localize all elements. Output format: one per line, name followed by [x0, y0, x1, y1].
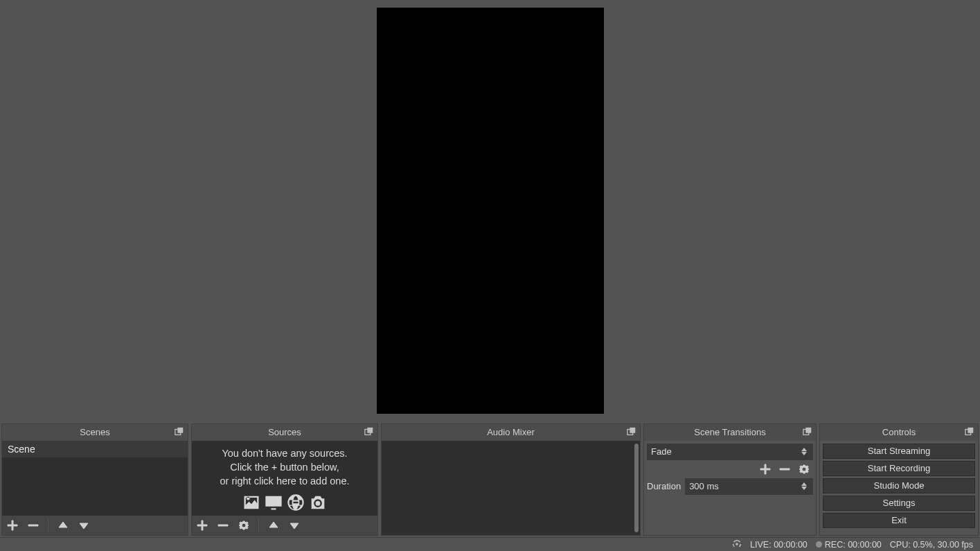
status-live: LIVE: 00:00:00 [750, 540, 808, 550]
scenes-toolbar [2, 516, 188, 535]
transition-duration-row: Duration 300 ms [647, 478, 813, 495]
remove-transition-button[interactable] [778, 463, 791, 475]
globe-icon [286, 493, 305, 516]
remove-source-button[interactable] [217, 519, 229, 532]
transition-selected: Fade [651, 446, 672, 457]
sources-dock: Sources You don't have any sources. Clic… [191, 423, 378, 536]
signal-icon [732, 539, 742, 550]
monitor-icon [264, 493, 283, 516]
transitions-title: Scene Transitions [694, 427, 765, 437]
duration-value: 300 ms [689, 481, 719, 491]
dropdown-arrows-icon [801, 445, 811, 459]
status-cpu: CPU: 0.5%, 30.00 fps [890, 540, 973, 550]
sources-header[interactable]: Sources [192, 424, 377, 441]
popout-icon[interactable] [174, 426, 185, 437]
start-streaming-button[interactable]: Start Streaming [823, 444, 975, 459]
status-bar: LIVE: 00:00:00 REC: 00:00:00 CPU: 0.5%, … [0, 537, 980, 551]
scenes-header[interactable]: Scenes [2, 424, 188, 441]
svg-rect-1 [177, 428, 183, 433]
preview-canvas[interactable] [377, 8, 604, 414]
scenes-list[interactable]: Scene [2, 441, 188, 516]
sources-toolbar [192, 516, 377, 535]
dock-row: Scenes Scene Sources [0, 422, 980, 537]
source-properties-button[interactable] [238, 519, 250, 532]
mixer-title: Audio Mixer [487, 427, 535, 437]
mixer-header[interactable]: Audio Mixer [382, 424, 640, 441]
move-source-down-button[interactable] [288, 519, 301, 532]
transitions-toolbar [647, 463, 813, 475]
add-source-button[interactable] [196, 519, 208, 532]
image-icon [242, 493, 261, 516]
popout-icon[interactable] [626, 426, 637, 437]
preview-area [0, 0, 980, 422]
add-transition-button[interactable] [759, 463, 772, 475]
transitions-dock: Scene Transitions Fade Duration 300 ms [643, 423, 817, 536]
svg-rect-3 [367, 428, 373, 433]
scenes-dock: Scenes Scene [1, 423, 188, 536]
controls-title: Controls [882, 427, 916, 437]
sources-empty-text: You don't have any sources. [222, 446, 347, 460]
svg-rect-9 [968, 428, 973, 433]
popout-icon[interactable] [802, 426, 813, 437]
move-source-up-button[interactable] [267, 519, 280, 532]
transitions-header[interactable]: Scene Transitions [644, 424, 816, 441]
camera-icon [308, 493, 328, 516]
scrollbar[interactable] [634, 444, 639, 532]
move-scene-down-button[interactable] [78, 519, 90, 532]
spinner-arrows-icon[interactable] [801, 480, 811, 493]
settings-button[interactable]: Settings [823, 496, 975, 511]
sources-empty-text: Click the + button below, [230, 460, 339, 474]
move-scene-up-button[interactable] [57, 519, 69, 532]
svg-rect-7 [805, 428, 811, 433]
status-rec-group: REC: 00:00:00 [816, 540, 882, 550]
popout-icon[interactable] [364, 426, 375, 437]
add-scene-button[interactable] [6, 519, 19, 532]
transition-select[interactable]: Fade [647, 444, 813, 460]
audio-mixer-dock: Audio Mixer [381, 423, 641, 536]
studio-mode-button[interactable]: Studio Mode [823, 478, 975, 493]
controls-header[interactable]: Controls [820, 424, 978, 441]
transition-properties-button[interactable] [798, 463, 810, 475]
svg-rect-5 [630, 428, 635, 433]
scene-item[interactable]: Scene [2, 441, 188, 457]
duration-input[interactable]: 300 ms [685, 478, 813, 495]
duration-label: Duration [647, 481, 681, 491]
sources-type-icons [242, 493, 328, 516]
mixer-body[interactable] [382, 441, 640, 535]
status-rec: REC: 00:00:00 [825, 540, 882, 550]
start-recording-button[interactable]: Start Recording [823, 461, 975, 476]
controls-dock: Controls Start Streaming Start Recording… [819, 423, 979, 536]
remove-scene-button[interactable] [27, 519, 39, 532]
record-dot-icon [816, 541, 822, 548]
popout-icon[interactable] [964, 426, 975, 437]
scenes-title: Scenes [80, 427, 109, 437]
sources-title: Sources [268, 427, 301, 437]
sources-list-empty[interactable]: You don't have any sources. Click the + … [192, 441, 377, 516]
sources-empty-text: or right click here to add one. [220, 474, 350, 488]
exit-button[interactable]: Exit [823, 513, 975, 528]
